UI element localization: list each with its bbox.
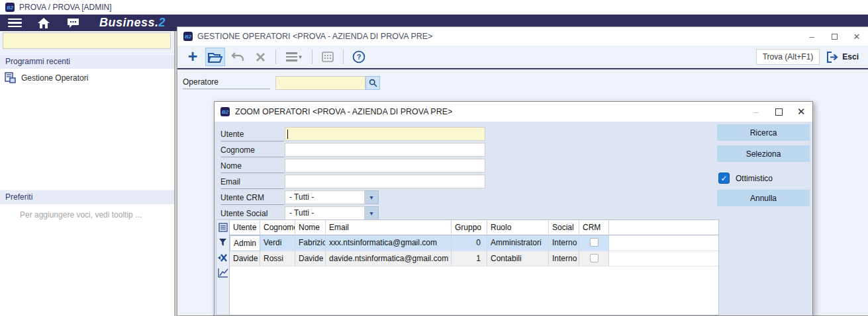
check-icon: ✓ bbox=[720, 174, 727, 183]
cell-social[interactable]: Interno bbox=[549, 235, 579, 251]
open-record-button[interactable] bbox=[205, 48, 225, 66]
column-header[interactable]: Ruolo bbox=[487, 220, 549, 235]
gestione-toolbar: + ▾ ? Trova (Alt+F1) Esci bbox=[177, 46, 868, 69]
column-header[interactable]: CRM bbox=[579, 220, 609, 235]
modal-minimize-button[interactable]: – bbox=[745, 102, 767, 122]
ottimistico-label: Ottimistico bbox=[736, 174, 773, 183]
modal-close-button[interactable]: ✕ bbox=[790, 102, 812, 122]
cell-utente[interactable]: Davide bbox=[230, 251, 260, 266]
list-options-button[interactable]: ▾ bbox=[281, 48, 307, 66]
utente-crm-select[interactable]: - Tutti - ▾ bbox=[285, 190, 379, 204]
column-header[interactable]: Gruppo bbox=[452, 220, 487, 235]
close-button[interactable]: ✕ bbox=[845, 27, 868, 46]
utente-social-select[interactable]: - Tutti - ▾ bbox=[285, 206, 379, 220]
program-document-icon bbox=[5, 72, 16, 83]
cell-cognome[interactable]: Verdi bbox=[260, 235, 295, 251]
list-icon bbox=[286, 50, 297, 63]
favorites-header: Preferiti bbox=[0, 190, 174, 204]
undo-button[interactable] bbox=[228, 48, 248, 66]
filter-row-button[interactable] bbox=[217, 235, 229, 250]
modal-maximize-button[interactable] bbox=[767, 102, 790, 122]
cognome-input[interactable] bbox=[285, 143, 485, 157]
operatore-label: Operatore bbox=[183, 77, 270, 89]
app-title: PROVA / PROVA [ADMIN] bbox=[19, 3, 112, 12]
help-button[interactable]: ? bbox=[349, 48, 369, 66]
grid-header-row: Utente Cognome Nome Email Gruppo Ruolo S… bbox=[230, 220, 718, 235]
column-header[interactable]: Cognome bbox=[260, 220, 295, 235]
text-caret bbox=[287, 130, 288, 139]
cell-ruolo[interactable]: Amministratori bbox=[487, 235, 549, 251]
gestione-window-title: GESTIONE OPERATORI <PROVA - AZIENDA DI P… bbox=[197, 32, 432, 41]
table-row[interactable]: Admin Verdi Fabrizio xxx.ntsinformatica@… bbox=[230, 235, 718, 251]
maximize-icon bbox=[832, 34, 838, 40]
utente-crm-dropdown-button[interactable]: ▾ bbox=[365, 190, 379, 204]
operatore-input[interactable] bbox=[275, 76, 365, 90]
cell-nome[interactable]: Fabrizio bbox=[295, 235, 326, 251]
utente-input[interactable] bbox=[285, 127, 485, 141]
exit-icon bbox=[826, 52, 839, 63]
minimize-button[interactable]: – bbox=[800, 27, 823, 46]
column-header[interactable]: Nome bbox=[295, 220, 326, 235]
column-header[interactable]: Social bbox=[549, 220, 579, 235]
menu-button[interactable] bbox=[0, 15, 29, 31]
gestione-window-titlebar[interactable]: B2 GESTIONE OPERATORI <PROVA - AZIENDA D… bbox=[177, 27, 868, 46]
cell-social[interactable]: Interno bbox=[549, 251, 579, 266]
grid-view-button[interactable] bbox=[318, 48, 338, 66]
brand-logo: Business.2 bbox=[99, 16, 166, 30]
modal-logo-icon: B2 bbox=[220, 107, 230, 116]
grid-table: Utente Cognome Nome Email Gruppo Ruolo S… bbox=[229, 219, 719, 315]
filter-funnel-icon bbox=[218, 238, 228, 247]
cell-nome[interactable]: Davide bbox=[295, 251, 326, 266]
app-titlebar[interactable]: B2 PROVA / PROVA [ADMIN] bbox=[0, 0, 868, 15]
cell-gruppo[interactable]: 0 bbox=[452, 235, 487, 251]
column-header[interactable]: Email bbox=[326, 220, 452, 235]
chevron-down-icon: ▾ bbox=[299, 54, 302, 60]
cell-utente[interactable]: Admin bbox=[230, 235, 260, 251]
crm-checkbox[interactable] bbox=[590, 254, 599, 262]
trova-shortcut-button[interactable]: Trova (Alt+F1) bbox=[756, 49, 820, 65]
modal-titlebar[interactable]: B2 ZOOM OPERATORI <PROVA - AZIENDA DI PR… bbox=[215, 102, 812, 122]
cell-crm[interactable] bbox=[579, 251, 609, 266]
table-row[interactable]: Davide Rossi Davide davide.ntsinformatic… bbox=[230, 251, 718, 266]
recent-programs-list: Gestione Operatori bbox=[0, 69, 174, 190]
ricerca-button[interactable]: Ricerca bbox=[717, 124, 810, 141]
operators-grid: Utente Cognome Nome Email Gruppo Ruolo S… bbox=[216, 219, 719, 315]
chevron-down-icon: ▾ bbox=[369, 210, 373, 217]
column-header[interactable]: Utente bbox=[230, 220, 260, 235]
nome-input[interactable] bbox=[285, 159, 485, 173]
chat-button[interactable] bbox=[58, 15, 87, 31]
cell-email[interactable]: xxx.ntsinformatica@gmail.com bbox=[326, 235, 452, 251]
chart-button[interactable] bbox=[217, 265, 229, 280]
ottimistico-checkbox[interactable]: ✓ bbox=[718, 173, 730, 184]
nome-label: Nome bbox=[220, 161, 284, 173]
utente-social-dropdown-button[interactable]: ▾ bbox=[365, 206, 379, 220]
cognome-label: Cognome bbox=[220, 145, 284, 157]
email-input[interactable] bbox=[285, 175, 485, 188]
cell-crm[interactable] bbox=[579, 235, 609, 251]
maximize-button[interactable] bbox=[823, 27, 845, 46]
cell-gruppo[interactable]: 1 bbox=[452, 251, 487, 266]
cell-cognome[interactable]: Rossi bbox=[260, 251, 295, 266]
new-record-button[interactable]: + bbox=[183, 48, 203, 66]
annulla-button[interactable]: Annulla bbox=[717, 190, 810, 206]
clear-filter-x-icon bbox=[218, 253, 228, 262]
sidebar-item-gestione-operatori[interactable]: Gestione Operatori bbox=[0, 69, 174, 87]
seleziona-button[interactable]: Seleziona bbox=[717, 145, 810, 162]
clear-filter-button[interactable] bbox=[217, 250, 229, 265]
esci-button[interactable]: Esci bbox=[826, 52, 863, 63]
column-chooser-button[interactable] bbox=[217, 220, 229, 235]
cell-email[interactable]: davide.ntsinformatica@gmail.com bbox=[326, 251, 452, 266]
crm-checkbox[interactable] bbox=[590, 238, 599, 247]
esci-label: Esci bbox=[842, 52, 859, 61]
delete-button[interactable] bbox=[250, 48, 270, 66]
recent-programs-header: Programmi recenti bbox=[0, 54, 174, 69]
home-button[interactable] bbox=[29, 15, 58, 31]
toolbar-separator bbox=[275, 50, 276, 64]
cell-ruolo[interactable]: Contabili bbox=[487, 251, 549, 266]
cell-filler bbox=[609, 235, 718, 251]
x-icon bbox=[256, 52, 265, 62]
utente-social-value: - Tutti - bbox=[285, 206, 365, 220]
sidebar-search-input[interactable] bbox=[3, 32, 171, 49]
operatore-zoom-button[interactable] bbox=[365, 76, 380, 90]
chevron-down-icon: ▾ bbox=[369, 194, 373, 201]
